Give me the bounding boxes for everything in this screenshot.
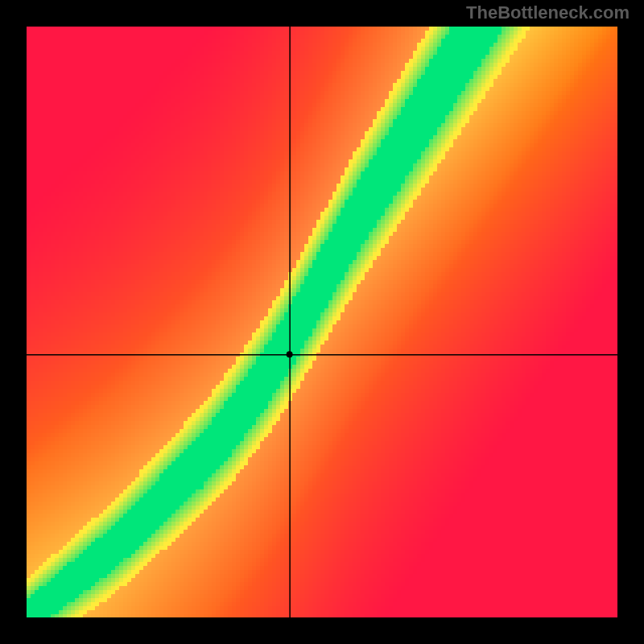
bottleneck-heatmap xyxy=(0,0,644,644)
chart-container xyxy=(0,0,644,644)
